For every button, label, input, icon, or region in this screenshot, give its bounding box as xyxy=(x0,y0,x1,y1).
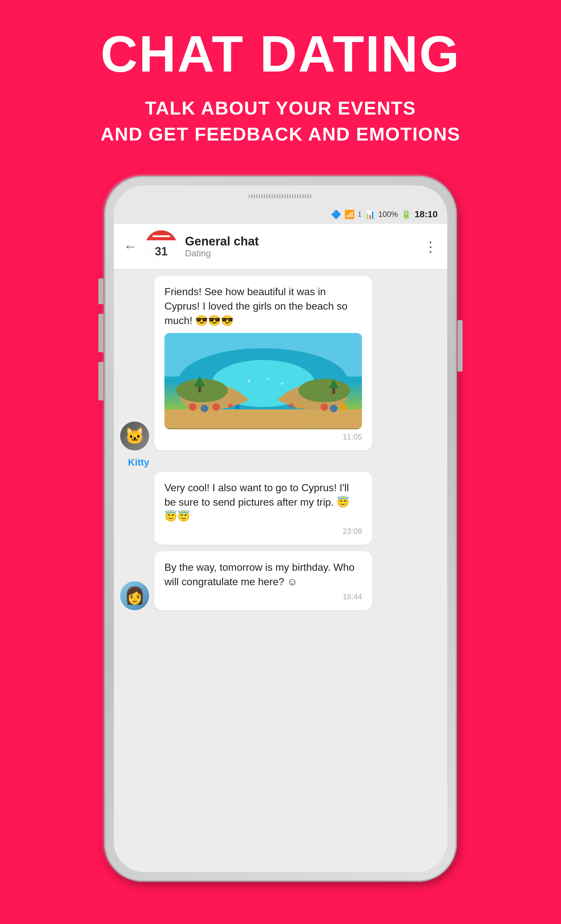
message-text: Friends! See how beautiful it was in Cyp… xyxy=(165,285,362,328)
chat-header-info: General chat Dating xyxy=(185,234,416,259)
message-row-kitty: Very cool! I also want to go to Cyprus! … xyxy=(120,472,441,545)
phone-device: 🔷 📶 1 📊 100% 🔋 18:10 ← ▬▬▬ 31 xyxy=(104,176,457,882)
message-image xyxy=(165,333,362,429)
message-text-kitty: Very cool! I also want to go to Cyprus! … xyxy=(165,481,362,524)
svg-point-14 xyxy=(289,403,294,408)
avatar-girl: 👩 xyxy=(120,581,149,610)
back-button[interactable]: ← xyxy=(123,238,138,254)
sim-icon: 1 xyxy=(358,210,362,219)
message-time-kitty: 23:08 xyxy=(165,527,362,536)
message-bubble: Friends! See how beautiful it was in Cyp… xyxy=(154,276,372,450)
phone-screen: 🔷 📶 1 📊 100% 🔋 18:10 ← ▬▬▬ 31 xyxy=(114,205,447,872)
battery-icon: 🔋 xyxy=(401,210,411,219)
svg-point-11 xyxy=(340,403,347,411)
battery-label: 100% xyxy=(378,210,398,219)
messages-area: 🐱 Friends! See how beautiful it was in C… xyxy=(114,269,447,872)
avatar-cat: 🐱 xyxy=(120,422,149,450)
sender-name-kitty: Kitty xyxy=(128,457,441,468)
status-icons: 🔷 📶 1 📊 100% 🔋 18:10 xyxy=(331,209,438,219)
svg-point-6 xyxy=(189,403,196,411)
svg-point-12 xyxy=(228,403,233,408)
message-text-birthday: By the way, tomorrow is my birthday. Who… xyxy=(165,560,362,589)
svg-point-5 xyxy=(298,379,350,402)
chat-subtitle: Dating xyxy=(185,248,416,259)
svg-point-7 xyxy=(200,405,208,412)
time-label: 18:10 xyxy=(414,209,438,219)
message-time-birthday: 18:44 xyxy=(165,592,362,601)
side-button-mute xyxy=(99,279,103,304)
svg-point-10 xyxy=(330,405,337,412)
message-time: 11:05 xyxy=(165,432,362,441)
svg-rect-3 xyxy=(165,410,362,428)
more-options-button[interactable]: ⋮ xyxy=(423,238,438,255)
signal-icon: 📊 xyxy=(365,210,375,219)
subtitle: TALK ABOUT YOUR EVENTS AND GET FEEDBACK … xyxy=(101,95,460,147)
message-bubble-birthday: By the way, tomorrow is my birthday. Who… xyxy=(154,551,372,610)
svg-point-9 xyxy=(320,403,328,411)
subtitle-line2: AND GET FEEDBACK AND EMOTIONS xyxy=(101,123,460,144)
svg-point-8 xyxy=(212,403,220,411)
svg-rect-20 xyxy=(332,388,335,394)
svg-point-15 xyxy=(296,405,301,410)
side-button-vol-down xyxy=(99,362,103,400)
svg-point-13 xyxy=(235,405,240,410)
status-bar: 🔷 📶 1 📊 100% 🔋 18:10 xyxy=(114,205,447,224)
calendar-top-bar: ▬▬▬ xyxy=(145,230,177,240)
chat-name: General chat xyxy=(185,234,416,248)
kitty-message-group: Kitty Very cool! I also want to go to Cy… xyxy=(120,457,441,545)
side-button-vol-up xyxy=(99,314,103,352)
svg-rect-22 xyxy=(199,387,201,392)
calendar-day: 31 xyxy=(145,240,177,262)
svg-point-17 xyxy=(267,378,269,380)
svg-point-16 xyxy=(248,380,251,382)
side-button-power xyxy=(458,320,462,372)
phone-body: 🔷 📶 1 📊 100% 🔋 18:10 ← ▬▬▬ 31 xyxy=(104,176,457,882)
main-title: CHAT DATING xyxy=(101,26,460,82)
chat-avatar-calendar: ▬▬▬ 31 xyxy=(145,230,177,262)
message-bubble-kitty: Very cool! I also want to go to Cyprus! … xyxy=(154,472,372,545)
header-section: CHAT DATING TALK ABOUT YOUR EVENTS AND G… xyxy=(0,0,561,166)
chat-header: ← ▬▬▬ 31 General chat Dating ⋮ xyxy=(114,224,447,269)
phone-screen-bezel: 🔷 📶 1 📊 100% 🔋 18:10 ← ▬▬▬ 31 xyxy=(114,186,447,872)
bluetooth-icon: 🔷 xyxy=(331,210,341,219)
message-row-birthday: 👩 By the way, tomorrow is my birthday. W… xyxy=(120,551,441,610)
wifi-icon: 📶 xyxy=(344,210,355,219)
svg-point-18 xyxy=(280,382,283,385)
message-row: 🐱 Friends! See how beautiful it was in C… xyxy=(120,276,441,450)
subtitle-line1: TALK ABOUT YOUR EVENTS xyxy=(145,98,416,118)
speaker-grill xyxy=(248,194,313,198)
